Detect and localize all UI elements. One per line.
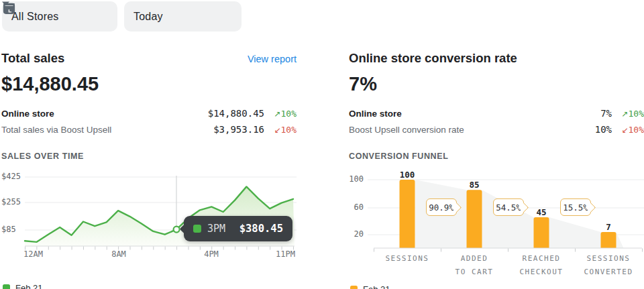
category-label-added-to-cart: ADDED TO CART (441, 252, 508, 279)
store-filter-button[interactable]: All Stores (2, 1, 117, 32)
legend-swatch-green (3, 284, 10, 289)
total-sales-panel: Total sales View report $14,880.45 Onlin… (1, 51, 297, 289)
total-sales-title: Total sales (1, 51, 64, 66)
legend-swatch-orange (350, 286, 358, 289)
arrow-down-left-icon: ↙ (274, 125, 280, 135)
sales-over-time-header: SALES OVER TIME (1, 152, 297, 161)
bar-value-label: 100 (387, 170, 427, 180)
metric-delta-badge: ↗10% (264, 109, 297, 119)
date-filter-button[interactable]: Today (124, 1, 241, 32)
conversion-rate-value: 7% (349, 73, 644, 95)
tooltip-value: $380.45 (239, 223, 283, 235)
metric-delta-value: 10% (629, 125, 644, 135)
date-filter-label: Today (133, 11, 163, 23)
sales-metric-rows: Online store $14,880.45 ↗10% Total sales… (1, 105, 297, 137)
metric-value: $14,880.45 (208, 108, 264, 119)
conversion-tag: 54.5% (493, 198, 524, 216)
funnel-bar (534, 217, 549, 248)
metric-label: Total sales via Boost Upsell (1, 125, 111, 135)
metric-delta-badge: ↙10% (612, 125, 644, 135)
arrow-up-right-icon: ↗ (621, 109, 628, 119)
category-line: CONVERTED (575, 266, 642, 279)
metric-row-boost-upsell-sales: Total sales via Boost Upsell $3,953.16 ↙… (1, 121, 297, 137)
bar-value-label: 85 (454, 180, 494, 190)
category-label-reached-checkout: REACHED CHECKOUT (508, 252, 575, 279)
x-axis-tick: 8AM (107, 249, 131, 259)
conversion-funnel-header: CONVERSION FUNNEL (349, 152, 644, 161)
sales-chart-legend: Feb 21 (3, 283, 297, 289)
hovered-point-marker (174, 227, 180, 233)
category-label-sessions: SESSIONS (374, 252, 441, 266)
store-filter-label: All Stores (11, 11, 58, 23)
series-color-swatch (193, 225, 201, 233)
metric-value: $3,953.16 (213, 124, 264, 135)
conversion-metric-rows: Online store 7% ↗10% Boost Upsell conver… (349, 105, 644, 137)
funnel-bar (400, 180, 415, 248)
funnel-bar (467, 190, 482, 248)
category-line: CHECKOUT (508, 266, 575, 279)
metric-label: Boost Upsell conversion rate (349, 125, 464, 135)
arrow-down-left-icon: ↙ (621, 125, 628, 135)
category-line: REACHED (508, 252, 575, 266)
tooltip-time: 3PM (207, 223, 225, 235)
metric-delta-value: 10% (281, 109, 297, 119)
filters-toolbar: All Stores Today (2, 1, 241, 32)
sales-line-chart[interactable]: $425 $255 $85 12AM 8AM 4PM 11PM (1, 169, 297, 263)
metric-row-boost-upsell-rate: Boost Upsell conversion rate 10% ↙10% (349, 121, 644, 137)
chart-tooltip: 3PM $380.45 (184, 216, 292, 241)
conversion-tag: 15.5% (560, 198, 591, 216)
metric-delta-badge: ↗10% (612, 109, 644, 119)
calendar-icon (2, 1, 16, 15)
view-report-link[interactable]: View report (248, 54, 297, 64)
category-line: SESSIONS (374, 252, 441, 266)
category-line: SESSIONS (575, 252, 642, 266)
metric-delta-badge: ↙10% (264, 125, 297, 135)
funnel-bar (601, 232, 616, 248)
metric-value: 10% (595, 124, 612, 135)
funnel-chart-legend: Feb 21 (350, 284, 644, 289)
x-axis-tick: 4PM (199, 249, 223, 259)
legend-label: Feb 21 (15, 283, 42, 289)
category-line: TO CART (441, 266, 508, 279)
metric-label: Online store (349, 109, 402, 119)
category-label-sessions-converted: SESSIONS CONVERTED (575, 252, 642, 279)
conversion-tag: 90.9% (426, 198, 457, 216)
metric-row-online-store-rate: Online store 7% ↗10% (349, 105, 644, 121)
conversion-funnel-chart[interactable]: 100 60 20 100 85 45 7 90.9% 54.5% 15.5% … (349, 169, 644, 280)
total-sales-value: $14,880.45 (1, 73, 297, 95)
metric-row-online-store: Online store $14,880.45 ↗10% (1, 105, 297, 121)
x-axis-tick: 12AM (23, 249, 43, 259)
legend-label: Feb 21 (363, 284, 390, 289)
bar-value-label: 7 (588, 222, 629, 232)
conversion-rate-panel: Online store conversion rate 7% Online s… (349, 51, 644, 289)
arrow-up-right-icon: ↗ (274, 109, 280, 119)
metric-label: Online store (1, 109, 54, 119)
x-axis-tick: 11PM (272, 249, 295, 259)
metric-delta-value: 10% (629, 109, 644, 119)
metric-delta-value: 10% (281, 125, 297, 135)
conversion-title: Online store conversion rate (349, 51, 517, 66)
metric-value: 7% (600, 108, 612, 119)
category-line: ADDED (441, 252, 508, 266)
